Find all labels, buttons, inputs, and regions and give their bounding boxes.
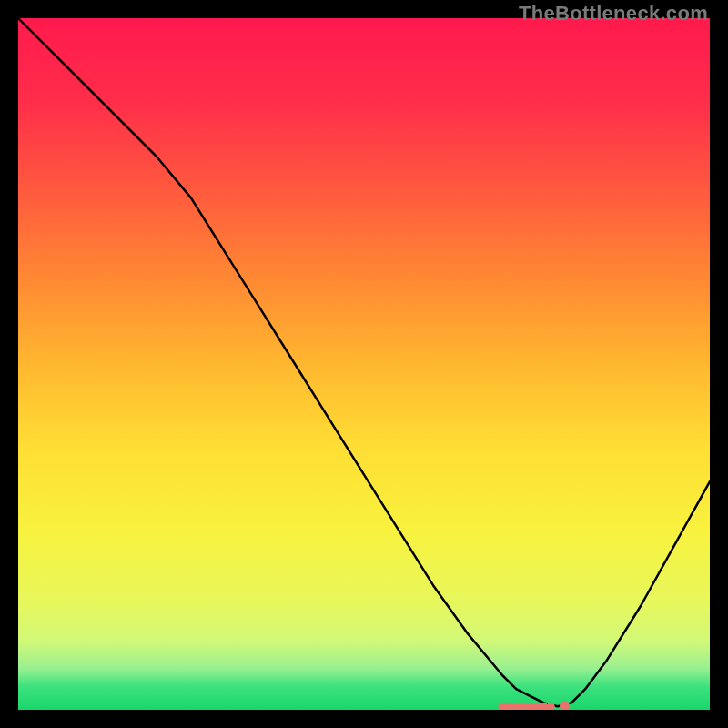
gradient-background [18,18,710,710]
watermark-text: TheBottleneck.com [519,2,708,25]
svg-rect-0 [18,18,710,710]
chart-area [18,18,710,710]
